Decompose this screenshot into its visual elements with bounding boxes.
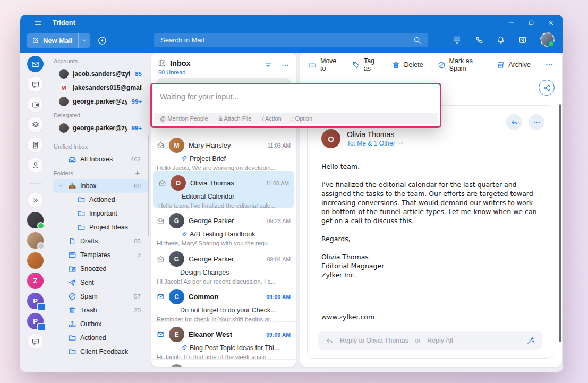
rail-chat-button[interactable] bbox=[27, 333, 44, 350]
message-more-button[interactable] bbox=[529, 114, 544, 130]
archive-button[interactable]: Archive bbox=[497, 61, 531, 69]
mark-as-spam-button[interactable]: Mark as Spam bbox=[438, 57, 483, 72]
email-list-item[interactable]: CCommon09:00 AMDo not forget to do your … bbox=[151, 284, 296, 321]
minimize-button[interactable] bbox=[508, 19, 515, 27]
dialpad-icon[interactable] bbox=[453, 35, 462, 44]
rail-contact-avatar[interactable]: P··· bbox=[27, 313, 44, 329]
new-mail-dropdown-button[interactable] bbox=[78, 33, 90, 48]
search-input[interactable]: Search in Mail bbox=[154, 33, 428, 47]
inbox-tray-icon bbox=[68, 155, 76, 164]
chevron-down-icon bbox=[398, 141, 404, 147]
rail-contact-avatar[interactable]: Z bbox=[27, 273, 44, 289]
sidebar-folder-important[interactable]: Important bbox=[53, 207, 148, 220]
sidebar-account-item[interactable]: Mjakesanders015@gmail.c... bbox=[53, 81, 151, 95]
sidebar-folder-snoozed[interactable]: Snoozed bbox=[53, 262, 148, 276]
share-icon bbox=[543, 84, 551, 92]
share-button[interactable] bbox=[539, 80, 555, 96]
reply-to-link[interactable]: Reply to Olivia Thomas bbox=[340, 337, 408, 344]
rail-button-note[interactable] bbox=[27, 137, 44, 153]
layers-check-icon bbox=[31, 121, 40, 129]
search-icon[interactable] bbox=[413, 36, 421, 44]
sidebar-folder-outbox[interactable]: Outbox bbox=[53, 317, 148, 331]
bell-icon[interactable] bbox=[497, 36, 505, 44]
delete-button[interactable]: Delete bbox=[392, 61, 423, 69]
rail-contact-avatar[interactable]: P··· bbox=[27, 293, 44, 309]
filter-icon[interactable] bbox=[264, 61, 272, 70]
user-avatar[interactable] bbox=[540, 32, 555, 47]
sidebar-folder-drafts[interactable]: Drafts85 bbox=[53, 234, 148, 248]
sidebar-account-item[interactable]: jacob.sanders@zylke...85 bbox=[53, 67, 151, 81]
folder-label: Drafts bbox=[80, 237, 98, 245]
rail-button-person[interactable] bbox=[27, 157, 44, 173]
email-subject: Design Changes bbox=[180, 269, 291, 276]
tag-as-button[interactable]: Tag as bbox=[352, 57, 378, 72]
reply-all-link[interactable]: Reply All bbox=[427, 337, 453, 344]
sender-name: George Parker bbox=[189, 255, 234, 263]
section-drag-handle[interactable] bbox=[98, 137, 106, 139]
sidebar-folder-inbox[interactable]: Inbox60 bbox=[53, 179, 148, 193]
command-input-overlay[interactable]: Waiting for your input... @ Mention Peop… bbox=[150, 83, 441, 128]
email-list-item[interactable]: GGeorge Parker09:23 AMA/B Testing Handbo… bbox=[151, 208, 296, 246]
gmail-icon: M bbox=[59, 83, 69, 92]
folder-label: Snoozed bbox=[80, 265, 106, 273]
rail-contact-avatar[interactable] bbox=[27, 232, 44, 249]
sidebar-item-all-inboxes[interactable]: All Inboxes462 bbox=[53, 152, 148, 166]
status-dot bbox=[37, 242, 45, 250]
rail-contact-avatar[interactable] bbox=[27, 252, 44, 269]
reply-button[interactable] bbox=[506, 114, 522, 130]
sidebar-folder-actioned[interactable]: Actioned bbox=[53, 331, 148, 345]
list-more-icon[interactable] bbox=[281, 61, 289, 70]
rail-contact-avatar[interactable] bbox=[27, 212, 44, 228]
sidebar-folder-actioned[interactable]: Actioned bbox=[53, 193, 148, 207]
collapse-list-icon[interactable] bbox=[158, 59, 166, 67]
hamburger-menu-icon[interactable] bbox=[34, 19, 42, 27]
sidebar-folder-sent[interactable]: Sent bbox=[53, 276, 148, 290]
rail-button-tags[interactable] bbox=[27, 116, 44, 133]
email-subject: Editorial Calendar bbox=[182, 193, 289, 200]
account-avatar bbox=[59, 123, 69, 133]
rail-button-mail[interactable] bbox=[27, 56, 44, 72]
account-name: george.parker@zylk... bbox=[73, 124, 127, 132]
rail-button-chat[interactable] bbox=[27, 76, 44, 92]
quick-reply-bar[interactable]: Reply to Olivia Thomas or Reply All bbox=[318, 331, 542, 350]
sidebar-folder-templates[interactable]: Templates3 bbox=[53, 248, 148, 262]
add-folder-icon[interactable] bbox=[134, 170, 141, 176]
email-list-item[interactable]: MMary Hansley11:03 AMProject BriefHello … bbox=[151, 133, 296, 171]
sidebar-folder-trash[interactable]: Trash20 bbox=[53, 303, 148, 317]
command-hint-attach-file[interactable]: & Attach File bbox=[219, 115, 252, 122]
move-to-button[interactable]: Move to bbox=[309, 57, 338, 72]
rail-button-wallet[interactable] bbox=[27, 96, 44, 113]
close-button[interactable] bbox=[547, 19, 555, 27]
quick-actions-icon[interactable] bbox=[98, 36, 107, 45]
email-list-item[interactable]: OOlivia Th...08:10 AM bbox=[151, 359, 296, 367]
email-subject: Blog Post Topic Ideas for Thi... bbox=[180, 344, 291, 352]
new-mail-button[interactable]: New Mail bbox=[27, 33, 78, 48]
unread-envelope-icon bbox=[157, 293, 165, 301]
rail-expand-button[interactable] bbox=[27, 192, 44, 208]
toolbar-more-icon[interactable] bbox=[545, 61, 553, 69]
reader-scrollbar[interactable] bbox=[559, 104, 561, 342]
smart-compose-icon[interactable] bbox=[526, 336, 535, 345]
email-list-item[interactable]: OOlivia Thomas11:00 AMEditorial Calendar… bbox=[153, 171, 294, 208]
command-hint-action[interactable]: / Action bbox=[262, 115, 281, 122]
email-list-item[interactable]: EEleanor West09:00 AMBlog Post Topic Ide… bbox=[151, 321, 296, 359]
maximize-button[interactable] bbox=[528, 20, 534, 26]
sidebar-account-item[interactable]: george.parker@zylk...99+ bbox=[53, 95, 151, 108]
sidebar-scrollbar[interactable] bbox=[148, 135, 149, 236]
sidebar-folder-spam[interactable]: Spam57 bbox=[53, 290, 148, 303]
email-time: 09:00 AM bbox=[266, 331, 291, 338]
recipients-line[interactable]: To: Me & 1 Other bbox=[347, 140, 404, 147]
website-link[interactable]: www.zylker.com bbox=[321, 312, 537, 321]
collapse-panel-icon[interactable] bbox=[518, 36, 527, 44]
body-paragraph: I’ve finalized the editorial calendar fo… bbox=[321, 180, 537, 225]
sidebar-folder-project-ideas[interactable]: Project Ideas bbox=[53, 220, 148, 234]
command-hint-mention-people[interactable]: @ Mention People bbox=[160, 115, 208, 122]
folder-count: 3 bbox=[138, 252, 141, 258]
command-hint-option[interactable]: : Option bbox=[292, 115, 313, 122]
email-time: 09:00 AM bbox=[266, 294, 291, 300]
email-list-item[interactable]: GGeorge Parker09:04 AMDesign ChangesHi J… bbox=[151, 246, 296, 284]
phone-icon[interactable] bbox=[475, 36, 483, 44]
sidebar-account-item[interactable]: george.parker@zylk...99+ bbox=[53, 121, 151, 135]
account-name: jakesanders015@gmail.c... bbox=[73, 84, 142, 91]
sidebar-folder-client-feedback[interactable]: Client Feedback bbox=[53, 345, 148, 359]
